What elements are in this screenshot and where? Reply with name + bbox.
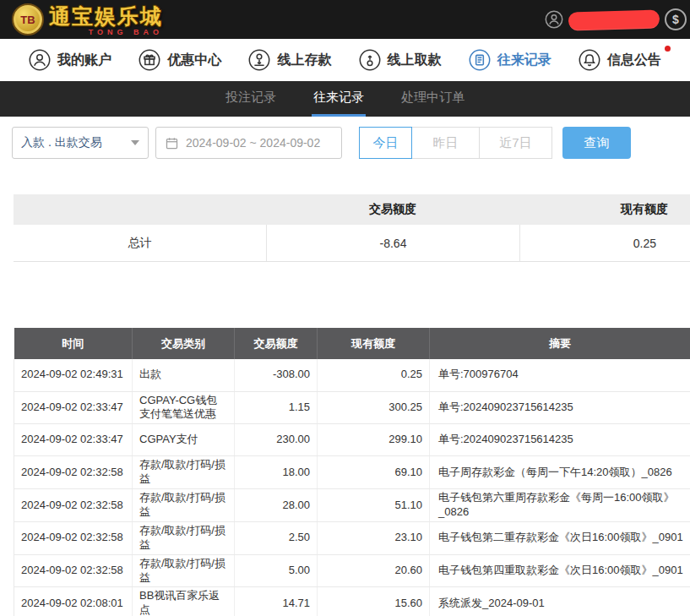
logo-text: 通宝娱乐城 TONG BAO xyxy=(49,3,163,36)
table-cell: 299.10 xyxy=(318,424,430,456)
nav-label: 往来记录 xyxy=(497,52,551,69)
tab-processing-orders[interactable]: 处理中订单 xyxy=(399,81,466,117)
table-cell: 69.10 xyxy=(318,456,430,489)
table-cell: 存款/取款/打码/损益 xyxy=(133,554,235,587)
table-cell: 28.00 xyxy=(235,489,318,522)
table-cell: 存款/取款/打码/损益 xyxy=(133,456,235,489)
summary-header-balance: 现有额度 xyxy=(519,194,690,225)
logo-subtitle: TONG BAO xyxy=(49,28,163,36)
table-cell: 0.25 xyxy=(318,359,430,391)
table-cell: -308.00 xyxy=(235,359,318,391)
calendar-icon xyxy=(165,136,179,150)
column-header: 现有额度 xyxy=(318,328,430,359)
table-cell: CGPAY-CG钱包支付笔笔送优惠 xyxy=(133,391,235,424)
records-section: 时间交易类别交易额度现有额度摘要 2024-09-02 02:49:31出款-3… xyxy=(14,328,690,616)
summary-header-row: 交易额度 现有额度 xyxy=(14,194,690,225)
table-cell: 出款 xyxy=(133,359,235,391)
site-logo[interactable]: TB 通宝娱乐城 TONG BAO xyxy=(12,3,163,36)
tab-transaction-records[interactable]: 往来记录 xyxy=(312,81,366,117)
summary-total-label: 总计 xyxy=(14,225,266,261)
table-cell: 15.60 xyxy=(318,587,430,616)
nav-label: 优惠中心 xyxy=(167,52,221,69)
date-range-input[interactable]: 2024-09-02 ~ 2024-09-02 xyxy=(155,127,342,159)
user-avatar-icon[interactable] xyxy=(545,10,563,29)
table-cell: 存款/取款/打码/损益 xyxy=(133,489,235,522)
nav-item-online-withdrawal[interactable]: 线上取款 xyxy=(359,49,442,71)
table-cell: 1.15 xyxy=(235,391,318,424)
summary-transaction-total: -8.64 xyxy=(266,225,519,261)
table-row: 2024-09-02 02:33:47CGPAY-CG钱包支付笔笔送优惠1.15… xyxy=(14,391,690,424)
records-header-row: 时间交易类别交易额度现有额度摘要 xyxy=(14,328,690,359)
table-cell: 电子钱包第六重周存款彩金《每周一16:00领取》_0826 xyxy=(430,489,690,522)
table-cell: 2024-09-02 02:33:47 xyxy=(14,424,133,456)
logo-name: 通宝娱乐城 xyxy=(49,3,163,30)
table-cell: 14.71 xyxy=(235,587,318,616)
transaction-type-select[interactable]: 入款 . 出款交易 xyxy=(12,127,149,159)
table-cell: 2024-09-02 02:32:58 xyxy=(14,554,133,587)
topbar-right: $ xyxy=(545,8,687,30)
table-cell: 5.00 xyxy=(235,554,318,587)
table-cell: 电子周存款彩金（每周一下午14:20领取）_0826 xyxy=(430,456,690,489)
summary-header-empty xyxy=(14,194,266,225)
column-header: 摘要 xyxy=(430,328,690,359)
summary-total-row: 总计 -8.64 0.25 xyxy=(14,225,690,262)
main-navigation: 我的账户 优惠中心 线上存款 线上取款 xyxy=(0,39,690,81)
table-cell: 存款/取款/打码/损益 xyxy=(133,521,235,554)
table-cell: 51.10 xyxy=(318,489,430,522)
username-redaction xyxy=(568,9,660,30)
balance-currency-icon[interactable]: $ xyxy=(665,8,687,30)
nav-item-online-deposit[interactable]: 线上存款 xyxy=(248,49,331,71)
table-row: 2024-09-02 02:33:47CGPAY支付230.00299.10单号… xyxy=(14,424,690,456)
notification-dot xyxy=(665,46,671,52)
table-cell: 2024-09-02 02:32:58 xyxy=(14,521,133,554)
table-cell: 300.25 xyxy=(318,391,430,424)
table-cell: CGPAY支付 xyxy=(133,424,235,456)
table-cell: 电子钱包第四重取款彩金《次日16:00领取》_0901 xyxy=(430,554,690,587)
date-range-value: 2024-09-02 ~ 2024-09-02 xyxy=(186,136,320,150)
table-row: 2024-09-02 02:32:58存款/取款/打码/损益18.0069.10… xyxy=(14,456,690,489)
table-cell: 2024-09-02 02:08:01 xyxy=(14,587,133,616)
nav-item-announcements[interactable]: 信息公告 xyxy=(579,49,661,71)
filter-bar: 入款 . 出款交易 2024-09-02 ~ 2024-09-02 今日 昨日 … xyxy=(12,127,678,159)
topbar: TB 通宝娱乐城 TONG BAO $ xyxy=(0,0,690,39)
table-cell: 230.00 xyxy=(235,424,318,456)
summary-balance-total: 0.25 xyxy=(519,225,690,261)
table-cell: 2024-09-02 02:32:58 xyxy=(14,456,133,489)
account-circle-icon xyxy=(29,49,51,71)
table-cell: 电子钱包第二重存款彩金《次日16:00领取》_0901 xyxy=(430,521,690,554)
nav-item-transaction-records[interactable]: 往来记录 xyxy=(469,49,551,71)
records-table: 时间交易类别交易额度现有额度摘要 2024-09-02 02:49:31出款-3… xyxy=(14,328,690,616)
yesterday-button[interactable]: 昨日 xyxy=(412,127,480,159)
table-cell: 2024-09-02 02:49:31 xyxy=(14,359,133,391)
records-circle-icon xyxy=(469,49,491,71)
nav-label: 我的账户 xyxy=(57,52,111,69)
logo-coin-icon: TB xyxy=(12,3,44,35)
today-button[interactable]: 今日 xyxy=(359,127,412,159)
table-cell: BB视讯百家乐返点 xyxy=(133,587,235,616)
nav-label: 信息公告 xyxy=(607,52,661,69)
nav-label: 线上存款 xyxy=(277,52,331,69)
table-cell: 2024-09-02 02:32:58 xyxy=(14,489,133,522)
nav-label: 线上取款 xyxy=(388,52,442,69)
sub-navigation: 投注记录 往来记录 处理中订单 xyxy=(0,81,690,117)
records-body: 2024-09-02 02:49:31出款-308.000.25单号:70097… xyxy=(14,359,690,616)
bell-circle-icon xyxy=(579,49,600,71)
table-cell: 单号:700976704 xyxy=(430,359,690,391)
quick-range-group: 今日 昨日 近7日 xyxy=(359,127,552,159)
table-cell: 单号:202409023715614235 xyxy=(430,391,690,424)
last7days-button[interactable]: 近7日 xyxy=(480,127,552,159)
table-row: 2024-09-02 02:32:58存款/取款/打码/损益2.5023.10电… xyxy=(14,521,690,554)
tab-betting-records[interactable]: 投注记录 xyxy=(224,81,278,117)
column-header: 时间 xyxy=(14,328,133,359)
gift-circle-icon xyxy=(139,49,160,71)
search-button[interactable]: 查询 xyxy=(562,127,631,159)
table-cell: 18.00 xyxy=(235,456,318,489)
table-cell: 20.60 xyxy=(318,554,430,587)
nav-item-promotions[interactable]: 优惠中心 xyxy=(139,49,221,71)
table-cell: 2.50 xyxy=(235,521,318,554)
table-cell: 系统派发_2024-09-01 xyxy=(430,587,690,616)
deposit-circle-icon xyxy=(248,49,270,71)
summary-header-transaction: 交易额度 xyxy=(266,194,519,225)
nav-item-my-account[interactable]: 我的账户 xyxy=(29,49,111,71)
select-value: 入款 . 出款交易 xyxy=(21,135,102,150)
